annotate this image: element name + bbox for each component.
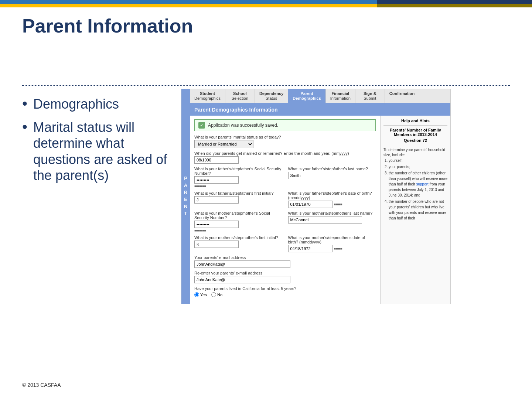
california-no-label[interactable]: No bbox=[211, 292, 222, 297]
mother-row-2: What is your mother's/stepmother's first… bbox=[194, 235, 376, 252]
father-initial-input[interactable] bbox=[194, 196, 239, 204]
tab-school-selection[interactable]: School Selection bbox=[225, 89, 255, 103]
mother-dob-col: What is your mother's/stepmother's date … bbox=[288, 235, 376, 252]
father-last-col: What is your father's/stepfather's last … bbox=[288, 167, 376, 188]
form-inner: Student Demographics School Selection De… bbox=[190, 89, 450, 304]
mother-ssn-masked: ■■■■■■■ bbox=[194, 221, 282, 232]
help-divider-1 bbox=[383, 125, 447, 126]
mother-ssn-col: What is your mother's/stepmother's Socia… bbox=[194, 211, 282, 232]
email-label: Your parents' e-mail address bbox=[194, 255, 376, 260]
tab-sign-line2: Submit bbox=[360, 96, 380, 101]
divider bbox=[22, 85, 510, 86]
tab-sign-line1: Sign & bbox=[360, 91, 380, 96]
father-dob-col: What is your father's/stepfather's date … bbox=[288, 191, 376, 208]
mother-initial-input[interactable] bbox=[194, 241, 239, 248]
california-group: Have your parents lived in California fo… bbox=[194, 286, 376, 297]
marital-status-label: What is your parents' marital status as … bbox=[194, 135, 376, 139]
tab-financial-line2: Information bbox=[330, 96, 351, 101]
tab-confirmation[interactable]: Confirmation bbox=[385, 89, 419, 103]
tab-student-line1: Student bbox=[194, 91, 221, 96]
father-ssn-mask-icon: ■■■■■■■ bbox=[194, 184, 282, 188]
father-row-1: What is your father's/stepfather's Socia… bbox=[194, 167, 376, 188]
tab-dependency-line1: Dependency bbox=[259, 91, 283, 96]
california-label: Have your parents lived in California fo… bbox=[194, 286, 376, 291]
father-row-2: What is your father's/stepfather's first… bbox=[194, 191, 376, 208]
bullet-text-1: Demographics bbox=[33, 96, 119, 112]
success-text: Application was successfully saved. bbox=[208, 123, 278, 128]
marital-status-select[interactable]: Married or Remarried Single Divorced Wid… bbox=[194, 140, 253, 148]
tab-school-line1: School bbox=[230, 91, 250, 96]
nav-tabs: Student Demographics School Selection De… bbox=[190, 89, 450, 104]
father-ssn-masked: ■■■■■■■ bbox=[194, 176, 282, 188]
help-subtitle: Parents' Number of Family Members in 201… bbox=[383, 128, 447, 137]
tab-dependency-status[interactable]: Dependency Status bbox=[255, 89, 288, 103]
success-message: ✓ Application was successfully saved. bbox=[194, 119, 376, 131]
california-no-text: No bbox=[217, 293, 222, 297]
footer: © 2013 CASFAA bbox=[22, 382, 61, 388]
marriage-date-group: When did your parents get married or rem… bbox=[194, 151, 376, 164]
california-yes-label[interactable]: Yes bbox=[194, 292, 207, 297]
father-ssn-col: What is your father's/stepfather's Socia… bbox=[194, 167, 282, 188]
california-no-radio[interactable] bbox=[211, 292, 216, 297]
california-yes-radio[interactable] bbox=[194, 292, 199, 297]
mother-ssn-mask-icon: ■■■■■■■ bbox=[194, 229, 282, 232]
tab-parent-line2: Demographics bbox=[293, 96, 321, 101]
father-initial-col: What is your father's/stepfather's first… bbox=[194, 191, 282, 208]
mother-initial-label: What is your mother's/stepmother's first… bbox=[194, 235, 282, 240]
help-item-3: the number of other children (other than… bbox=[389, 170, 447, 198]
father-dob-icon: ■■■■■ bbox=[334, 202, 342, 206]
tab-dependency-line2: Status bbox=[259, 96, 283, 101]
california-radio-group: Yes No bbox=[194, 292, 376, 297]
bullet-dot-2: • bbox=[22, 119, 27, 134]
father-dob-label: What is your father's/stepfather's date … bbox=[288, 191, 376, 200]
help-question: Question 72 bbox=[383, 138, 447, 143]
help-item-4: the number of people who are not your pa… bbox=[389, 199, 447, 221]
email-input[interactable] bbox=[194, 260, 290, 268]
tab-sign-submit[interactable]: Sign & Submit bbox=[355, 89, 385, 103]
mother-dob-label: What is your mother's/stepmother's date … bbox=[288, 235, 376, 244]
mother-last-col: What is your mother's/stepmother's last … bbox=[288, 211, 376, 232]
tab-school-line2: Selection bbox=[230, 96, 250, 101]
page-title: Parent Information bbox=[22, 15, 193, 37]
help-item-1: yourself; bbox=[389, 158, 447, 163]
top-right-dark-gold bbox=[377, 4, 532, 7]
tab-student-demographics[interactable]: Student Demographics bbox=[190, 89, 225, 103]
bullet-list: • Demographics • Marital status will det… bbox=[22, 96, 177, 191]
help-support-link[interactable]: support bbox=[416, 182, 429, 186]
form-fields: ✓ Application was successfully saved. Wh… bbox=[190, 116, 380, 304]
help-item-2: your parents; bbox=[389, 164, 447, 170]
parent-vertical-label: PARENT bbox=[181, 89, 190, 304]
check-icon: ✓ bbox=[198, 122, 205, 129]
tab-parent-line1: Parent bbox=[293, 91, 321, 96]
mother-ssn-label: What is your mother's/stepmother's Socia… bbox=[194, 211, 282, 220]
mother-last-input[interactable] bbox=[288, 216, 362, 224]
bullet-item-1: • Demographics bbox=[22, 96, 177, 112]
tab-financial-information[interactable]: Financial Information bbox=[326, 89, 355, 103]
email-reenter-input[interactable] bbox=[194, 276, 290, 283]
help-list: yourself; your parents; the number of ot… bbox=[383, 158, 447, 221]
mother-initial-col: What is your mother's/stepmother's first… bbox=[194, 235, 282, 252]
form-container: PARENT Student Demographics School Selec… bbox=[181, 89, 451, 304]
father-last-input[interactable] bbox=[288, 172, 362, 179]
bullet-item-2: • Marital status will determine what que… bbox=[22, 119, 177, 183]
mother-dob-input[interactable] bbox=[288, 245, 332, 252]
father-ssn-label: What is your father's/stepfather's Socia… bbox=[194, 167, 282, 175]
tab-parent-demographics[interactable]: Parent Demographics bbox=[288, 89, 325, 103]
top-right-dark-blue bbox=[377, 0, 532, 4]
father-ssn-input[interactable] bbox=[194, 176, 239, 184]
tab-financial-line1: Financial bbox=[330, 91, 351, 96]
marital-status-group: What is your parents' marital status as … bbox=[194, 135, 376, 148]
bullet-dot-1: • bbox=[22, 96, 27, 111]
bullet-text-2: Marital status will determine what quest… bbox=[33, 119, 177, 183]
mother-last-label: What is your mother's/stepmother's last … bbox=[288, 211, 376, 215]
section-header: Parent Demographics Information bbox=[190, 104, 450, 116]
mother-ssn-input[interactable] bbox=[194, 221, 239, 228]
marriage-date-input[interactable] bbox=[194, 156, 239, 164]
mother-row-1: What is your mother's/stepmother's Socia… bbox=[194, 211, 376, 232]
help-title: Help and Hints bbox=[383, 119, 447, 123]
tab-student-line2: Demographics bbox=[194, 96, 221, 101]
father-dob-input[interactable] bbox=[288, 201, 332, 208]
marriage-date-label: When did your parents get married or rem… bbox=[194, 151, 376, 156]
form-body-row: ✓ Application was successfully saved. Wh… bbox=[190, 116, 450, 304]
father-initial-label: What is your father's/stepfather's first… bbox=[194, 191, 282, 195]
